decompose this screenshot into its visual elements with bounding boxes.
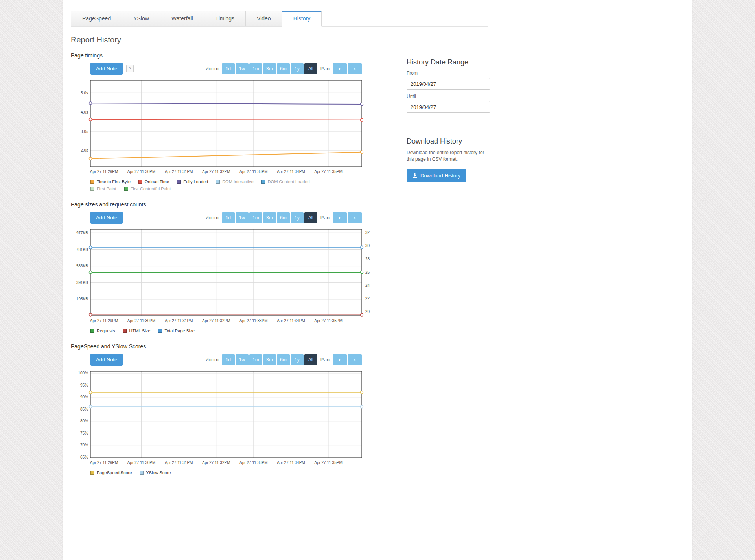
- legend-swatch-icon: [90, 187, 94, 191]
- from-label: From: [407, 70, 490, 76]
- download-history-title: Download History: [407, 137, 490, 146]
- legend-item[interactable]: DOM Content Loaded: [261, 179, 310, 184]
- legend-swatch-icon: [140, 471, 144, 475]
- legend-label: Requests: [97, 328, 115, 333]
- legend-label: DOM Interactive: [222, 179, 253, 184]
- add-note-button[interactable]: Add Note: [90, 63, 123, 75]
- zoom-1y-button[interactable]: 1y: [291, 354, 304, 365]
- svg-text:32: 32: [365, 230, 370, 235]
- zoom-3m-button[interactable]: 3m: [263, 354, 276, 365]
- svg-text:Apr 27 11:34PM: Apr 27 11:34PM: [277, 461, 305, 465]
- zoom-1m-button[interactable]: 1m: [249, 212, 262, 223]
- page-sizes-title: Page sizes and request counts: [71, 201, 385, 208]
- zoom-1d-button[interactable]: 1d: [222, 63, 235, 74]
- zoom-1m-button[interactable]: 1m: [249, 354, 262, 365]
- add-note-button[interactable]: Add Note: [90, 354, 123, 366]
- tab-waterfall[interactable]: Waterfall: [160, 11, 204, 26]
- svg-text:Apr 27 11:30PM: Apr 27 11:30PM: [127, 169, 156, 174]
- legend-swatch-icon: [216, 180, 220, 184]
- download-icon: [412, 173, 417, 178]
- legend-swatch-icon: [124, 187, 128, 191]
- svg-text:Apr 27 11:32PM: Apr 27 11:32PM: [202, 319, 230, 323]
- scores-legend: PageSpeed ScoreYSlow Score: [90, 470, 362, 475]
- scores-chart[interactable]: Apr 27 11:29PMApr 27 11:30PMApr 27 11:31…: [71, 369, 381, 468]
- svg-text:90%: 90%: [80, 395, 88, 399]
- zoom-1y-button[interactable]: 1y: [291, 63, 304, 74]
- pan-left-button[interactable]: ‹: [333, 212, 347, 223]
- svg-text:Apr 27 11:33PM: Apr 27 11:33PM: [239, 319, 268, 323]
- zoom-1w-button[interactable]: 1w: [236, 63, 249, 74]
- tab-pagespeed[interactable]: PageSpeed: [71, 11, 122, 26]
- legend-label: PageSpeed Score: [97, 470, 132, 475]
- zoom-1w-button[interactable]: 1w: [236, 212, 249, 223]
- chart-toolbar: Add Note ? Zoom 1d1w1m3m6m1yAll Pan ‹ ›: [90, 63, 362, 75]
- pan-left-button[interactable]: ‹: [333, 63, 347, 74]
- page-timings-legend: Time to First ByteOnload TimeFully Loade…: [90, 179, 362, 191]
- pan-label: Pan: [320, 66, 330, 72]
- svg-text:Apr 27 11:34PM: Apr 27 11:34PM: [277, 169, 305, 174]
- legend-item[interactable]: Time to First Byte: [90, 179, 131, 184]
- zoom-6m-button[interactable]: 6m: [277, 354, 290, 365]
- legend-label: DOM Content Loaded: [268, 179, 310, 184]
- legend-swatch-icon: [261, 180, 265, 184]
- tab-video[interactable]: Video: [245, 11, 282, 26]
- svg-text:Apr 27 11:32PM: Apr 27 11:32PM: [202, 169, 230, 174]
- zoom-6m-button[interactable]: 6m: [277, 212, 290, 223]
- report-tabs: PageSpeed YSlow Waterfall Timings Video …: [71, 11, 488, 27]
- pan-left-button[interactable]: ‹: [333, 354, 347, 365]
- svg-text:Apr 27 11:31PM: Apr 27 11:31PM: [165, 461, 193, 465]
- svg-text:781KB: 781KB: [76, 247, 88, 252]
- legend-item[interactable]: HTML Size: [123, 328, 150, 333]
- legend-label: First Paint: [97, 186, 116, 191]
- zoom-1m-button[interactable]: 1m: [249, 63, 262, 74]
- svg-text:30: 30: [365, 243, 370, 248]
- svg-text:Apr 27 11:33PM: Apr 27 11:33PM: [239, 461, 268, 465]
- page-timings-chart[interactable]: Apr 27 11:29PMApr 27 11:30PMApr 27 11:31…: [71, 78, 381, 177]
- from-date-input[interactable]: [407, 78, 490, 90]
- svg-text:100%: 100%: [78, 371, 88, 375]
- tab-timings[interactable]: Timings: [204, 11, 246, 26]
- svg-text:85%: 85%: [80, 407, 88, 411]
- svg-text:80%: 80%: [80, 419, 88, 423]
- legend-item[interactable]: Total Page Size: [158, 328, 194, 333]
- legend-item[interactable]: First Paint: [90, 186, 116, 191]
- legend-item[interactable]: DOM Interactive: [216, 179, 253, 184]
- zoom-all-button[interactable]: All: [304, 63, 317, 74]
- date-range-title: History Date Range: [407, 58, 490, 66]
- pan-buttons: ‹ ›: [333, 354, 362, 365]
- legend-item[interactable]: Fully Loaded: [177, 179, 208, 184]
- legend-item[interactable]: First Contentful Paint: [124, 186, 171, 191]
- legend-item[interactable]: Onload Time: [138, 179, 169, 184]
- help-button[interactable]: ?: [126, 65, 134, 72]
- download-history-button[interactable]: Download History: [407, 169, 466, 182]
- pan-right-button[interactable]: ›: [348, 63, 362, 74]
- download-description: Download the entire report history for t…: [407, 149, 490, 163]
- tab-yslow[interactable]: YSlow: [122, 11, 160, 26]
- zoom-all-button[interactable]: All: [304, 212, 317, 223]
- legend-item[interactable]: Requests: [90, 328, 115, 333]
- page-sizes-chart[interactable]: Apr 27 11:29PMApr 27 11:30PMApr 27 11:31…: [71, 227, 381, 326]
- zoom-1d-button[interactable]: 1d: [222, 212, 235, 223]
- svg-text:Apr 27 11:33PM: Apr 27 11:33PM: [239, 169, 268, 174]
- charts-column: Page timings Add Note ? Zoom 1d1w1m3m6m1…: [71, 51, 385, 485]
- zoom-6m-button[interactable]: 6m: [277, 63, 290, 74]
- legend-row: RequestsHTML SizeTotal Page Size: [90, 328, 362, 333]
- add-note-button[interactable]: Add Note: [90, 212, 123, 224]
- legend-label: HTML Size: [129, 328, 150, 333]
- legend-item[interactable]: PageSpeed Score: [90, 470, 132, 475]
- svg-text:977KB: 977KB: [76, 231, 88, 235]
- zoom-1w-button[interactable]: 1w: [236, 354, 249, 365]
- until-date-input[interactable]: [407, 101, 490, 113]
- zoom-1y-button[interactable]: 1y: [291, 212, 304, 223]
- pan-right-button[interactable]: ›: [348, 354, 362, 365]
- zoom-3m-button[interactable]: 3m: [263, 212, 276, 223]
- download-history-panel: Download History Download the entire rep…: [400, 131, 497, 190]
- zoom-all-button[interactable]: All: [304, 354, 317, 365]
- zoom-1d-button[interactable]: 1d: [222, 354, 235, 365]
- pan-right-button[interactable]: ›: [348, 212, 362, 223]
- tab-history[interactable]: History: [282, 11, 322, 27]
- svg-text:391KB: 391KB: [76, 280, 88, 285]
- legend-item[interactable]: YSlow Score: [140, 470, 171, 475]
- zoom-3m-button[interactable]: 3m: [263, 63, 276, 74]
- svg-text:65%: 65%: [80, 455, 88, 459]
